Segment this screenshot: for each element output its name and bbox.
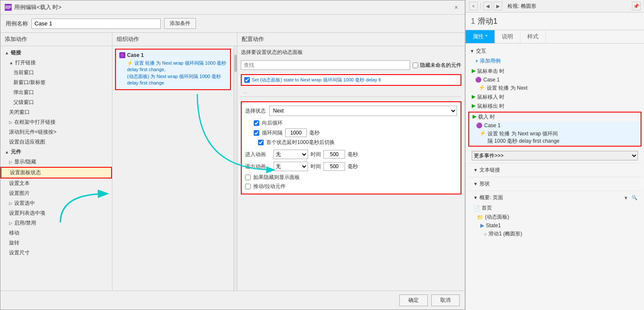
first-state-row: 首个状态延时1000毫秒后切换 [245,139,457,146]
right-col-header: 配置动作 [237,33,465,46]
action-item-close-window[interactable]: 关闭窗口 [0,107,112,117]
add-icon: + [475,58,478,64]
action-label: 旋转 [9,239,19,247]
toolbar-forward-button[interactable]: ▶ [494,2,502,10]
outline-header-row: ▼ 概要: 页面 ▼ 🔍 [472,193,638,203]
action-item-link[interactable]: ▲ 链接 [0,48,112,58]
state-select[interactable]: Next Previous State1 [269,106,457,116]
push-drag-checkbox[interactable] [245,184,251,189]
interaction-section-header[interactable]: ▼ 交互 [468,46,641,56]
action-label: 启用/禁用 [14,219,36,227]
show-panel-checkbox[interactable] [245,175,251,180]
action-label: 设置面板状态 [10,169,41,176]
toolbar-close-button[interactable]: × [469,2,478,10]
action-item-elements[interactable]: ▲ 元件 [0,147,112,157]
panel-checkbox-text: Set (动态面板) state to Next wrap 循环间隔 1000 … [252,77,381,83]
action-item-current-window[interactable]: 当前窗口 [0,68,112,78]
action-item-open-frame[interactable]: ▷ 在框架中打开链接 [0,117,112,127]
case-label: Case 1 [483,77,500,83]
action-item-rotate[interactable]: 旋转 [0,238,112,248]
toolbar-back-button[interactable]: ◀ [483,2,492,10]
wrap-backward-label: 向后循环 [262,119,283,127]
action-item-set-size[interactable]: 设置尺寸 [0,248,112,258]
outline-filter-button[interactable]: ▼ [622,194,629,201]
shape-section: ▼ 形状 [468,177,641,191]
left-col-header: 添加动作 [0,33,112,46]
add-condition-button[interactable]: 添加条件 [164,18,196,29]
item-label: 首页 [482,204,492,212]
shape-label: 形状 [479,180,490,188]
show-panel-label: 如果隐藏则显示面板 [253,174,300,181]
enter-anim-select[interactable]: 无 [274,150,308,159]
enter-time-unit: 毫秒 [348,151,358,158]
action-label: 设置 轮播 为 Next wrap 循环间隔 1000 毫秒 delay fir… [488,130,560,145]
case-name-row: 用例名称 添加条件 [0,15,465,32]
expand-icon: ▲ [9,60,13,65]
action-item-set-image[interactable]: 设置图片 [0,188,112,198]
action-item-set-list[interactable]: 设置列表选中项 [0,208,112,218]
outline-tree: 📄 首页 📁 (动态面板) ▶ State1 ○ 滑动1 (椭圆形) [472,203,638,239]
toolbar-pin-button[interactable]: 📌 [632,2,641,10]
action-item-set-text[interactable]: 设置文本 [0,178,112,188]
first-state-checkbox[interactable] [258,140,264,145]
action-item-move[interactable]: 移动 [0,228,112,238]
dialog-close-button[interactable]: × [452,3,460,12]
action-item-adaptive-view[interactable]: 设置自适应视图 [0,137,112,147]
dialog-title-left: RP 用例编辑<载入 时> [5,3,62,11]
toolbar-separator [480,3,481,9]
cancel-button[interactable]: 取消 [431,294,460,306]
outline-search-button[interactable]: 🔍 [631,194,638,201]
add-usecase-link[interactable]: + 添加用例 [468,56,641,66]
action-label: 设置选中 [14,200,35,207]
hide-unnamed-row: 隐藏未命名的元件 [413,62,461,69]
enter-time-input[interactable] [324,150,345,159]
mid-scrollbar[interactable] [233,46,237,291]
action-item-show-hide[interactable]: ▷ 显示/隐藏 [0,157,112,167]
three-column-area: 添加动作 ▲ 链接 ▲ 打开链接 当前窗口 新窗口/新标签 [0,32,465,291]
item-label: 滑动1 (椭圆形) [488,230,522,238]
left-column: 添加动作 ▲ 链接 ▲ 打开链接 当前窗口 新窗口/新标签 [0,33,112,291]
hide-unnamed-checkbox[interactable] [413,63,418,68]
event-label: 鼠标单击 时 [477,68,504,75]
action-item-set-selected[interactable]: ▷ 设置选中 [0,198,112,208]
action-item-set-panel-state[interactable]: 设置面板状态 [0,167,112,178]
action-item-open-link[interactable]: ▲ 打开链接 [0,58,112,68]
exit-time-input[interactable] [324,162,345,171]
event-mouse-leave: ▶ 鼠标移出 时 [468,102,641,111]
outline-section-header[interactable]: ▼ 概要: 页面 [472,193,622,203]
action-item-popup[interactable]: 弹出窗口 [0,88,112,97]
tab-properties[interactable]: 属性 * [466,30,495,43]
action-item-parent-window[interactable]: 父级窗口 [0,97,112,107]
action-item-new-window[interactable]: 新窗口/新标签 [0,78,112,88]
use-case-dialog: RP 用例编辑<载入 时> × 用例名称 添加条件 添加动作 ▲ 链接 [0,0,465,310]
expand-icon: ▲ [5,150,9,154]
event-action-click: ⚡ 设置 轮播 为 Next [468,84,641,93]
push-drag-label: 推动/拉动元件 [253,183,286,190]
action-label: 在框架中打开链接 [14,119,56,126]
tab-style[interactable]: 样式 [520,30,546,43]
shape-header[interactable]: ▼ 形状 [472,179,638,189]
enter-anim-label: 进入动画 [245,151,271,158]
state-row: 选择状态 Next Previous State1 [245,106,457,116]
ok-button[interactable]: 确定 [399,294,428,306]
action-list: ▲ 链接 ▲ 打开链接 当前窗口 新窗口/新标签 弹出窗口 [0,46,112,291]
interval-checkbox[interactable] [254,130,259,136]
more-events-select[interactable]: 更多事件>>> [472,151,638,160]
event-case1-click: 🟣 Case 1 [468,76,641,84]
mouse-icon: ▶ [473,113,476,119]
panel-title-number: 1 [471,17,475,26]
action-item-scroll-to[interactable]: 滚动到元件<链接按> [0,127,112,137]
action-label: 元件 [11,148,21,156]
exit-anim-select[interactable]: 无 [274,162,308,171]
interval-input[interactable] [285,128,307,137]
action-label: 关闭窗口 [9,109,30,116]
panel-select-checkbox[interactable] [244,77,250,83]
action-item-enable-disable[interactable]: ▷ 启用/禁用 [0,218,112,228]
text-link-header[interactable]: ▼ 文本链接 [472,165,638,175]
expand-icon: ▷ [9,221,12,225]
case-name-input[interactable] [31,19,161,29]
search-input[interactable] [241,60,410,70]
app-icon: RP [5,4,12,11]
tab-description[interactable]: 说明 [495,30,520,43]
wrap-backward-checkbox[interactable] [254,120,259,126]
